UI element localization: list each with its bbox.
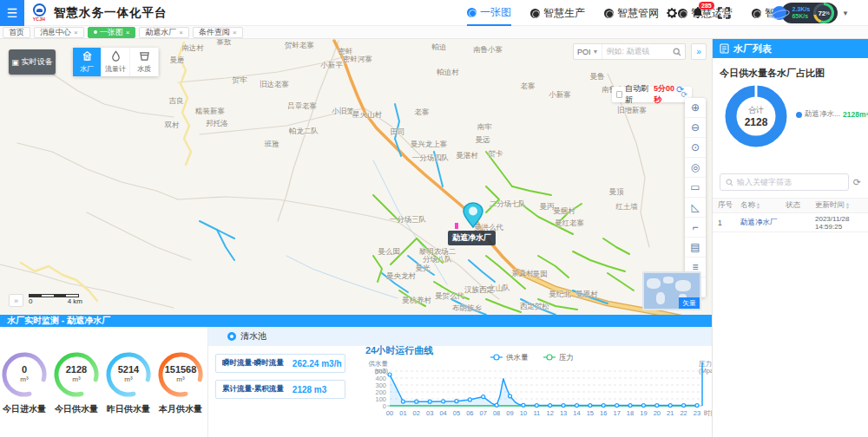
close-icon[interactable]: × xyxy=(74,29,78,36)
chevron-down-icon[interactable]: ▼ xyxy=(842,10,849,17)
layer-button-水质[interactable]: 水质 xyxy=(130,48,159,76)
map-label: 曼囡 xyxy=(533,271,548,278)
map-label: 曼捆村 xyxy=(553,207,575,215)
map-label: 曼远 xyxy=(476,136,490,144)
tab-label: 首页 xyxy=(9,27,24,38)
data-point xyxy=(468,398,471,401)
map-features xyxy=(0,39,712,315)
breadcrumb-tabs: 首页消息中心×一张图×勐遮水厂×条件查阅× xyxy=(0,26,868,39)
data-point xyxy=(682,404,686,408)
map-label: 汉族西定 xyxy=(464,286,494,294)
table-row[interactable]: 1勐遮净水厂2023/11/28 14:59:25 xyxy=(713,213,868,232)
col-header-更新时间[interactable]: 更新时间▲▼ xyxy=(815,200,863,211)
cell-name[interactable]: 勐遮净水厂 xyxy=(740,218,786,228)
supply-stats: 0m³今日进水量2128m³今日供水量5214m³昨日供水量151568m³本月… xyxy=(0,327,208,437)
poi-search-input[interactable]: 例如: 勐遮镇 xyxy=(602,46,669,57)
table-refresh-icon[interactable]: ⟳ xyxy=(853,177,861,188)
nav-item-智慧管网[interactable]: 智慧管网 xyxy=(604,0,659,26)
x-tick: 04 xyxy=(439,409,446,417)
tab-首页[interactable]: 首页 xyxy=(3,27,30,38)
zoom-in-icon[interactable]: ⊕ xyxy=(685,98,706,118)
col-header-名称[interactable]: 名称▲▼ xyxy=(740,200,786,211)
legend-供水量: 供水量 xyxy=(506,353,529,362)
layer-button-流量计[interactable]: 流量计 xyxy=(102,48,130,76)
tab-条件查阅[interactable]: 条件查阅× xyxy=(193,27,243,38)
pipeline-icon xyxy=(604,9,614,18)
x-tick: 05 xyxy=(453,409,460,417)
gauge-value: 151568 xyxy=(165,365,197,375)
data-point xyxy=(509,395,512,398)
zoom-out-icon[interactable]: ⊖ xyxy=(685,118,706,138)
set-square-icon[interactable]: ◺ xyxy=(685,198,706,218)
menu-button[interactable]: ☰ xyxy=(0,0,24,26)
sort-icon[interactable]: ▲▼ xyxy=(756,202,760,209)
tab-label: 一张图 xyxy=(100,27,123,38)
tab-消息中心[interactable]: 消息中心× xyxy=(34,27,84,38)
panel-collapse-icon[interactable]: » xyxy=(9,294,23,307)
gauge-values: 2128m³ xyxy=(53,351,100,398)
map-scale-area: » 0 4 km xyxy=(9,294,82,307)
map-refresh-icon[interactable]: ⟳ xyxy=(676,84,684,95)
system-monitor-widget[interactable]: 2.3K/s 65K/s 72% ▼ xyxy=(773,2,849,24)
scale-bar: 0 4 km xyxy=(29,294,82,305)
measure-icon[interactable]: ▭ xyxy=(685,178,706,198)
realtime-monitor-panel: 水厂实时监测 - 勐遮净水厂 0m³今日进水量2128m³今日供水量5214m³… xyxy=(0,315,712,437)
map-canvas[interactable]: 南达村曼磨寨敖贺蚌老寨密蚌密蚌河寨小新平帕迫南鲁小寨帕迫村曼鲁小新寨南鲁大寨老寨… xyxy=(0,39,712,315)
layer-label: 流量计 xyxy=(105,64,126,74)
layer-button-水厂[interactable]: 水厂 xyxy=(73,48,102,76)
map-label: 曼光 xyxy=(416,264,431,272)
chart-title: 24小时运行曲线 xyxy=(365,345,433,355)
tank-radio[interactable] xyxy=(227,332,236,341)
vector-layer-button[interactable]: 矢量 xyxy=(679,297,700,309)
map-label: 帕龙二队 xyxy=(289,127,319,135)
realtime-device-button[interactable]: ▣ 实时设备 xyxy=(9,49,56,75)
map-label: 曼红老寨 xyxy=(555,219,584,227)
x-tick: 14 xyxy=(573,409,580,417)
water-plant-marker[interactable] xyxy=(462,202,484,228)
close-icon[interactable]: × xyxy=(233,29,237,36)
y-tick: 100 xyxy=(375,395,386,403)
tab-一张图[interactable]: 一张图× xyxy=(88,27,136,38)
data-point xyxy=(695,404,699,408)
header-icons: 285 xyxy=(665,0,731,26)
auto-refresh-checkbox[interactable] xyxy=(616,91,622,98)
nav-item-智慧生产[interactable]: 智慧生产 xyxy=(530,0,585,26)
gauge-label: 今日进水量 xyxy=(1,403,48,415)
map-label: 一分场三队 xyxy=(390,216,427,224)
x-tick: 13 xyxy=(560,409,567,417)
map-label: 南牢 xyxy=(477,123,492,131)
nav-item-一张图[interactable]: 一张图 xyxy=(467,0,511,26)
gear-icon[interactable] xyxy=(665,6,679,20)
bell-icon[interactable]: 285 xyxy=(691,6,705,20)
sort-icon[interactable]: ▲▼ xyxy=(845,202,850,209)
search-icon[interactable] xyxy=(669,48,685,56)
plant-filter-input[interactable]: 输入关键字筛选 xyxy=(720,173,849,191)
donut-section-title: 今日供水量各水厂占比图 xyxy=(713,58,868,83)
map-label: 曼纪北 xyxy=(549,290,571,298)
sidebar-collapse-button[interactable]: » xyxy=(691,43,707,60)
close-icon[interactable]: × xyxy=(179,29,183,36)
legend-压力: 压力 xyxy=(559,353,574,362)
data-point xyxy=(428,400,431,403)
map-label: 旧达老寨 xyxy=(260,81,289,88)
map-label: 红土墙 xyxy=(615,203,638,211)
device-icon: ▣ xyxy=(11,58,19,67)
map-label: 吉良 xyxy=(169,97,184,105)
water-plant-sidebar: 水厂列表 今日供水量各水厂占比图 合计 2128 勐遮净水... 2128m³ … xyxy=(712,39,868,437)
overview-minimap[interactable]: 矢量 xyxy=(642,271,701,310)
pipe-icon[interactable]: ⌐ xyxy=(685,218,706,238)
water-plant-marker-label[interactable]: 勐遮净水厂 xyxy=(448,231,496,245)
print-icon[interactable]: ▤ xyxy=(685,238,706,258)
water-plant-layer-icon xyxy=(82,50,93,64)
poi-type-select[interactable]: POI▼ xyxy=(574,44,602,59)
locate-icon[interactable]: ◎ xyxy=(685,158,706,178)
layer-label: 水厂 xyxy=(80,64,94,74)
right-axis-label: (Mpa) xyxy=(699,367,712,375)
close-icon[interactable]: × xyxy=(126,29,130,36)
gauge-value: 2128 xyxy=(66,365,87,375)
street-view-icon[interactable]: ⊙ xyxy=(685,138,706,158)
fullscreen-icon[interactable] xyxy=(717,6,731,20)
tab-勐遮水厂[interactable]: 勐遮水厂× xyxy=(139,27,189,38)
gauge-values: 5214m³ xyxy=(105,351,152,398)
data-point xyxy=(589,404,592,408)
